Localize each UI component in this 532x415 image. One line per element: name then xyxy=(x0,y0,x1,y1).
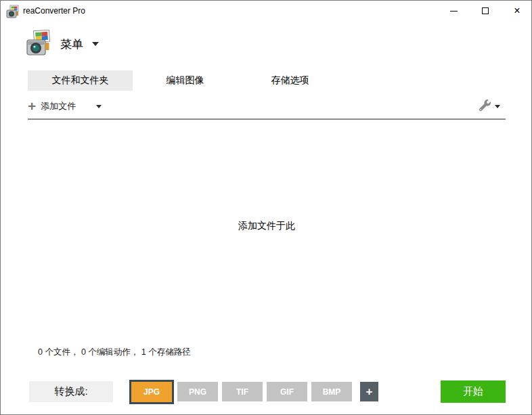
titlebar: reaConverter Pro × xyxy=(1,1,531,22)
toolbar-separator xyxy=(28,118,506,120)
add-files-button[interactable]: + 添加文件 xyxy=(28,97,102,116)
chevron-down-icon xyxy=(495,105,500,108)
wrench-icon xyxy=(479,100,491,114)
convert-to-label: 转换成: xyxy=(29,381,113,402)
menu-label: 菜单 xyxy=(60,37,83,52)
start-button[interactable]: 开始 xyxy=(441,380,506,403)
chevron-down-icon xyxy=(92,42,99,46)
minimize-button[interactable] xyxy=(438,1,469,21)
app-icon xyxy=(6,5,20,18)
format-button-jpg[interactable]: JPG xyxy=(129,380,174,404)
toolbar: + 添加文件 xyxy=(28,95,506,118)
format-button-png[interactable]: PNG xyxy=(177,382,218,401)
drop-hint-text: 添加文件于此 xyxy=(238,220,295,232)
tab-files-and-folders[interactable]: 文件和文件夹 xyxy=(28,70,133,91)
maximize-button[interactable] xyxy=(470,1,501,21)
maximize-icon xyxy=(482,7,489,14)
plus-icon: + xyxy=(28,100,36,113)
chevron-down-icon xyxy=(96,105,102,108)
add-files-label: 添加文件 xyxy=(41,100,76,112)
format-button-tif[interactable]: TIF xyxy=(222,382,263,401)
close-icon: × xyxy=(514,5,520,16)
tools-menu-button[interactable] xyxy=(479,97,500,116)
status-summary: 0 个文件， 0 个编辑动作， 1 个存储路径 xyxy=(38,347,191,358)
camera-icon xyxy=(26,30,51,59)
add-format-button[interactable]: + xyxy=(360,382,378,401)
format-button-gif[interactable]: GIF xyxy=(267,382,307,401)
tab-edit-images[interactable]: 编辑图像 xyxy=(133,70,238,91)
format-button-bmp[interactable]: BMP xyxy=(311,382,352,401)
file-drop-zone[interactable]: 添加文件于此 xyxy=(1,121,532,332)
app-window: reaConverter Pro × 菜单 xyxy=(0,0,532,415)
tab-saving-options[interactable]: 存储选项 xyxy=(238,70,342,91)
tab-bar: 文件和文件夹 编辑图像 存储选项 xyxy=(28,70,342,91)
minimize-icon xyxy=(450,11,458,12)
close-button[interactable]: × xyxy=(502,1,532,21)
window-title: reaConverter Pro xyxy=(23,6,85,16)
main-menu-button[interactable]: 菜单 xyxy=(26,30,99,58)
